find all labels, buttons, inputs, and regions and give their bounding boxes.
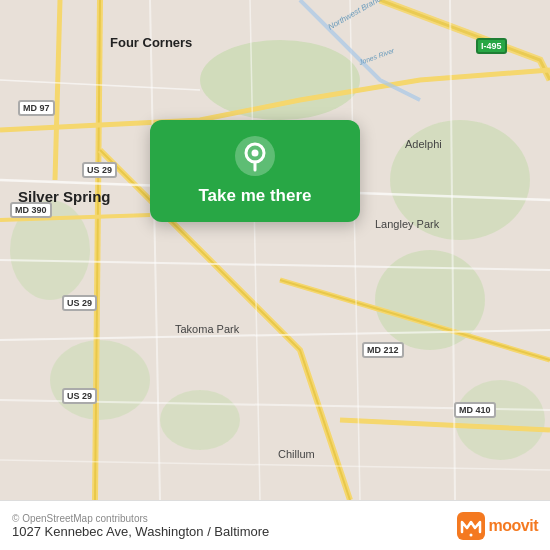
badge-us29-2: US 29 — [62, 295, 97, 311]
map-roads: Northwest Branch Jones River — [0, 0, 550, 500]
svg-point-1 — [200, 40, 360, 120]
address-info: © OpenStreetMap contributors 1027 Kenneb… — [12, 513, 269, 539]
badge-us29-3: US 29 — [62, 388, 97, 404]
bottom-bar: © OpenStreetMap contributors 1027 Kenneb… — [0, 500, 550, 550]
svg-point-12 — [252, 150, 259, 157]
badge-md212: MD 212 — [362, 342, 404, 358]
moovit-text: moovit — [489, 517, 538, 535]
location-pin-icon — [233, 134, 277, 178]
badge-md97: MD 97 — [18, 100, 55, 116]
svg-point-2 — [390, 120, 530, 240]
address-text: 1027 Kennebec Ave, Washington / Baltimor… — [12, 524, 269, 539]
moovit-icon — [457, 512, 485, 540]
copyright-text: © OpenStreetMap contributors — [12, 513, 269, 524]
badge-i495: I-495 — [476, 38, 507, 54]
badge-md390: MD 390 — [10, 202, 52, 218]
svg-point-5 — [160, 390, 240, 450]
take-me-there-popup[interactable]: Take me there — [150, 120, 360, 222]
badge-us29-1: US 29 — [82, 162, 117, 178]
svg-point-7 — [455, 380, 545, 460]
badge-md410: MD 410 — [454, 402, 496, 418]
svg-point-14 — [469, 533, 472, 536]
map-container: Northwest Branch Jones River Four Corner… — [0, 0, 550, 500]
popup-label: Take me there — [198, 186, 311, 206]
moovit-logo: moovit — [457, 512, 538, 540]
svg-point-4 — [50, 340, 150, 420]
